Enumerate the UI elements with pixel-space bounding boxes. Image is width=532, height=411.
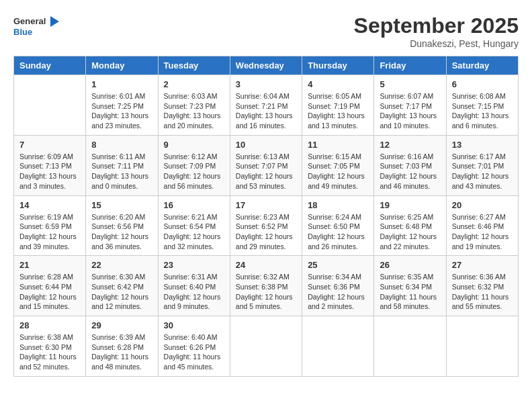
location-subtitle: Dunakeszi, Pest, Hungary	[354, 38, 519, 49]
calendar-cell: 26Sunrise: 6:35 AM Sunset: 6:34 PM Dayli…	[374, 256, 446, 316]
calendar-cell: 7Sunrise: 6:09 AM Sunset: 7:13 PM Daylig…	[14, 135, 86, 195]
calendar-cell: 19Sunrise: 6:25 AM Sunset: 6:48 PM Dayli…	[374, 195, 446, 256]
day-number: 29	[91, 320, 152, 330]
day-number: 24	[236, 260, 296, 270]
page-header: General Blue September 2025 Dunakeszi, P…	[13, 13, 519, 49]
calendar-cell	[14, 75, 86, 136]
day-info: Sunrise: 6:11 AM Sunset: 7:11 PM Dayligh…	[91, 152, 152, 191]
calendar-cell: 25Sunrise: 6:34 AM Sunset: 6:36 PM Dayli…	[302, 256, 374, 316]
day-info: Sunrise: 6:32 AM Sunset: 6:38 PM Dayligh…	[236, 272, 296, 312]
calendar-cell: 10Sunrise: 6:13 AM Sunset: 7:07 PM Dayli…	[230, 135, 302, 195]
day-info: Sunrise: 6:21 AM Sunset: 6:54 PM Dayligh…	[164, 212, 224, 252]
calendar-week-row: 1Sunrise: 6:01 AM Sunset: 7:25 PM Daylig…	[14, 75, 519, 136]
day-info: Sunrise: 6:17 AM Sunset: 7:01 PM Dayligh…	[452, 152, 513, 191]
calendar-cell: 20Sunrise: 6:27 AM Sunset: 6:46 PM Dayli…	[446, 195, 518, 256]
calendar-cell: 28Sunrise: 6:38 AM Sunset: 6:30 PM Dayli…	[14, 316, 86, 377]
col-header-friday: Friday	[374, 56, 446, 75]
day-number: 28	[19, 320, 80, 330]
calendar-week-row: 21Sunrise: 6:28 AM Sunset: 6:44 PM Dayli…	[14, 256, 519, 316]
day-number: 23	[164, 260, 224, 270]
day-info: Sunrise: 6:34 AM Sunset: 6:36 PM Dayligh…	[308, 272, 368, 312]
calendar-cell: 5Sunrise: 6:07 AM Sunset: 7:17 PM Daylig…	[374, 75, 446, 136]
day-info: Sunrise: 6:25 AM Sunset: 6:48 PM Dayligh…	[380, 212, 440, 252]
col-header-sunday: Sunday	[14, 56, 86, 75]
day-info: Sunrise: 6:28 AM Sunset: 6:44 PM Dayligh…	[19, 272, 80, 312]
calendar-cell: 4Sunrise: 6:05 AM Sunset: 7:19 PM Daylig…	[302, 75, 374, 136]
col-header-wednesday: Wednesday	[230, 56, 302, 75]
day-info: Sunrise: 6:15 AM Sunset: 7:05 PM Dayligh…	[308, 152, 368, 191]
day-number: 2	[164, 79, 224, 89]
day-number: 15	[91, 200, 152, 210]
day-number: 21	[19, 260, 80, 270]
day-info: Sunrise: 6:35 AM Sunset: 6:34 PM Dayligh…	[380, 272, 440, 312]
calendar-cell: 17Sunrise: 6:23 AM Sunset: 6:52 PM Dayli…	[230, 195, 302, 256]
day-info: Sunrise: 6:27 AM Sunset: 6:46 PM Dayligh…	[452, 212, 513, 252]
day-number: 1	[91, 79, 152, 89]
calendar-week-row: 28Sunrise: 6:38 AM Sunset: 6:30 PM Dayli…	[14, 316, 519, 377]
day-number: 8	[91, 140, 152, 150]
day-number: 13	[452, 140, 513, 150]
day-number: 4	[308, 79, 368, 89]
calendar-cell	[446, 316, 518, 377]
calendar-cell: 21Sunrise: 6:28 AM Sunset: 6:44 PM Dayli…	[14, 256, 86, 316]
calendar-cell: 6Sunrise: 6:08 AM Sunset: 7:15 PM Daylig…	[446, 75, 518, 136]
day-number: 12	[380, 140, 440, 150]
day-number: 3	[236, 79, 296, 89]
calendar-cell: 18Sunrise: 6:24 AM Sunset: 6:50 PM Dayli…	[302, 195, 374, 256]
calendar-cell: 3Sunrise: 6:04 AM Sunset: 7:21 PM Daylig…	[230, 75, 302, 136]
calendar-cell: 30Sunrise: 6:40 AM Sunset: 6:26 PM Dayli…	[158, 316, 230, 377]
day-number: 20	[452, 200, 513, 210]
day-info: Sunrise: 6:08 AM Sunset: 7:15 PM Dayligh…	[452, 91, 513, 131]
day-info: Sunrise: 6:03 AM Sunset: 7:23 PM Dayligh…	[164, 91, 224, 131]
title-block: September 2025 Dunakeszi, Pest, Hungary	[354, 13, 519, 49]
calendar-cell: 16Sunrise: 6:21 AM Sunset: 6:54 PM Dayli…	[158, 195, 230, 256]
day-info: Sunrise: 6:30 AM Sunset: 6:42 PM Dayligh…	[91, 272, 152, 312]
day-info: Sunrise: 6:40 AM Sunset: 6:26 PM Dayligh…	[164, 332, 224, 372]
day-info: Sunrise: 6:16 AM Sunset: 7:03 PM Dayligh…	[380, 152, 440, 191]
calendar-cell: 14Sunrise: 6:19 AM Sunset: 6:59 PM Dayli…	[14, 195, 86, 256]
calendar-cell: 27Sunrise: 6:36 AM Sunset: 6:32 PM Dayli…	[446, 256, 518, 316]
day-info: Sunrise: 6:23 AM Sunset: 6:52 PM Dayligh…	[236, 212, 296, 252]
day-info: Sunrise: 6:24 AM Sunset: 6:50 PM Dayligh…	[308, 212, 368, 252]
day-info: Sunrise: 6:20 AM Sunset: 6:56 PM Dayligh…	[91, 212, 152, 252]
calendar-cell: 29Sunrise: 6:39 AM Sunset: 6:28 PM Dayli…	[86, 316, 158, 377]
day-info: Sunrise: 6:31 AM Sunset: 6:40 PM Dayligh…	[164, 272, 224, 312]
day-info: Sunrise: 6:36 AM Sunset: 6:32 PM Dayligh…	[452, 272, 513, 312]
calendar-cell: 24Sunrise: 6:32 AM Sunset: 6:38 PM Dayli…	[230, 256, 302, 316]
day-info: Sunrise: 6:01 AM Sunset: 7:25 PM Dayligh…	[91, 91, 152, 131]
calendar-cell: 12Sunrise: 6:16 AM Sunset: 7:03 PM Dayli…	[374, 135, 446, 195]
day-number: 17	[236, 200, 296, 210]
day-number: 26	[380, 260, 440, 270]
day-number: 19	[380, 200, 440, 210]
col-header-monday: Monday	[86, 56, 158, 75]
col-header-saturday: Saturday	[446, 56, 518, 75]
col-header-thursday: Thursday	[302, 56, 374, 75]
calendar-cell: 2Sunrise: 6:03 AM Sunset: 7:23 PM Daylig…	[158, 75, 230, 136]
day-number: 14	[19, 200, 80, 210]
calendar-cell: 9Sunrise: 6:12 AM Sunset: 7:09 PM Daylig…	[158, 135, 230, 195]
calendar-cell: 23Sunrise: 6:31 AM Sunset: 6:40 PM Dayli…	[158, 256, 230, 316]
day-number: 9	[164, 140, 224, 150]
calendar-cell	[230, 316, 302, 377]
calendar-table: SundayMondayTuesdayWednesdayThursdayFrid…	[13, 56, 519, 377]
calendar-cell: 13Sunrise: 6:17 AM Sunset: 7:01 PM Dayli…	[446, 135, 518, 195]
svg-text:Blue: Blue	[13, 27, 32, 37]
day-number: 5	[380, 79, 440, 89]
col-header-tuesday: Tuesday	[158, 56, 230, 75]
calendar-cell: 8Sunrise: 6:11 AM Sunset: 7:11 PM Daylig…	[86, 135, 158, 195]
day-number: 10	[236, 140, 296, 150]
day-info: Sunrise: 6:05 AM Sunset: 7:19 PM Dayligh…	[308, 91, 368, 131]
calendar-cell: 22Sunrise: 6:30 AM Sunset: 6:42 PM Dayli…	[86, 256, 158, 316]
day-info: Sunrise: 6:04 AM Sunset: 7:21 PM Dayligh…	[236, 91, 296, 131]
day-info: Sunrise: 6:12 AM Sunset: 7:09 PM Dayligh…	[164, 152, 224, 191]
day-info: Sunrise: 6:13 AM Sunset: 7:07 PM Dayligh…	[236, 152, 296, 191]
calendar-cell	[302, 316, 374, 377]
day-number: 11	[308, 140, 368, 150]
day-info: Sunrise: 6:07 AM Sunset: 7:17 PM Dayligh…	[380, 91, 440, 131]
day-info: Sunrise: 6:39 AM Sunset: 6:28 PM Dayligh…	[91, 332, 152, 372]
day-number: 7	[19, 140, 80, 150]
day-number: 16	[164, 200, 224, 210]
calendar-cell: 11Sunrise: 6:15 AM Sunset: 7:05 PM Dayli…	[302, 135, 374, 195]
day-number: 25	[308, 260, 368, 270]
day-number: 22	[91, 260, 152, 270]
